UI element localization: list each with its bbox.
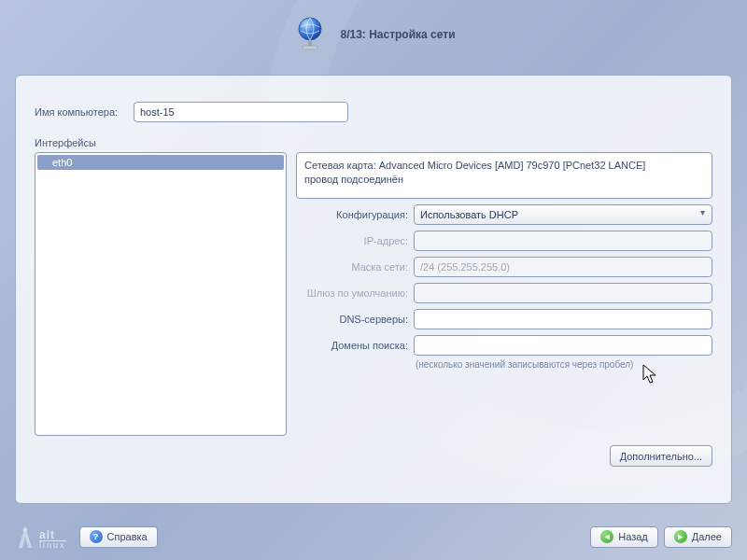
search-domains-input[interactable]: [414, 335, 712, 356]
dns-input[interactable]: [414, 309, 712, 329]
hostname-row: Имя компьютера:: [35, 102, 712, 122]
nic-info-box: Сетевая карта: Advanced Micro Devices [A…: [296, 152, 712, 199]
logo-text-alt: alt: [39, 529, 66, 540]
main-panel: Имя компьютера: Интерфейсы eth0 Сетевая …: [15, 75, 732, 504]
installer-header: 8/13: Настройка сети: [0, 0, 747, 56]
next-button[interactable]: ► Далее: [664, 526, 732, 548]
arrow-right-icon: ►: [674, 530, 687, 543]
mask-input: [414, 257, 712, 277]
gateway-label: Шлюз по умолчанию:: [296, 287, 408, 299]
logo-text-linux: linux: [39, 540, 66, 550]
back-button[interactable]: ◄ Назад: [590, 526, 658, 548]
svg-point-3: [23, 528, 28, 533]
globe-icon: [291, 16, 329, 53]
interfaces-label: Интерфейсы: [35, 137, 712, 148]
page-title: 8/13: Настройка сети: [340, 28, 455, 41]
config-select[interactable]: Использовать DHCP: [414, 204, 712, 225]
footer: alt linux ? Справка ◄ Назад ► Далее: [0, 513, 747, 560]
config-label: Конфигурация:: [296, 209, 408, 220]
interfaces-list[interactable]: eth0: [35, 152, 287, 436]
ip-label: IP-адрес:: [296, 235, 408, 246]
additional-button[interactable]: Дополнительно...: [610, 445, 712, 467]
help-button[interactable]: ? Справка: [79, 526, 158, 548]
nic-info-line1: Сетевая карта: Advanced Micro Devices [A…: [304, 159, 704, 173]
interface-details: Сетевая карта: Advanced Micro Devices [A…: [296, 152, 712, 436]
gateway-input: [414, 283, 712, 303]
hostname-input[interactable]: [134, 102, 348, 122]
arrow-left-icon: ◄: [600, 530, 613, 543]
svg-point-0: [299, 18, 321, 40]
svg-rect-2: [303, 46, 317, 49]
alt-linux-logo: alt linux: [15, 524, 66, 550]
interface-item-eth0[interactable]: eth0: [37, 155, 284, 170]
nic-info-line2: провод подсоединён: [304, 173, 704, 187]
svg-rect-1: [308, 40, 312, 46]
search-domains-label: Домены поиска:: [296, 340, 408, 351]
help-icon: ?: [90, 530, 103, 543]
dns-label: DNS-серверы:: [296, 314, 408, 325]
hostname-label: Имя компьютера:: [35, 106, 126, 118]
multi-value-hint: (несколько значений записываются через п…: [416, 359, 712, 370]
ip-input: [414, 231, 712, 251]
mask-label: Маска сети:: [296, 261, 408, 273]
